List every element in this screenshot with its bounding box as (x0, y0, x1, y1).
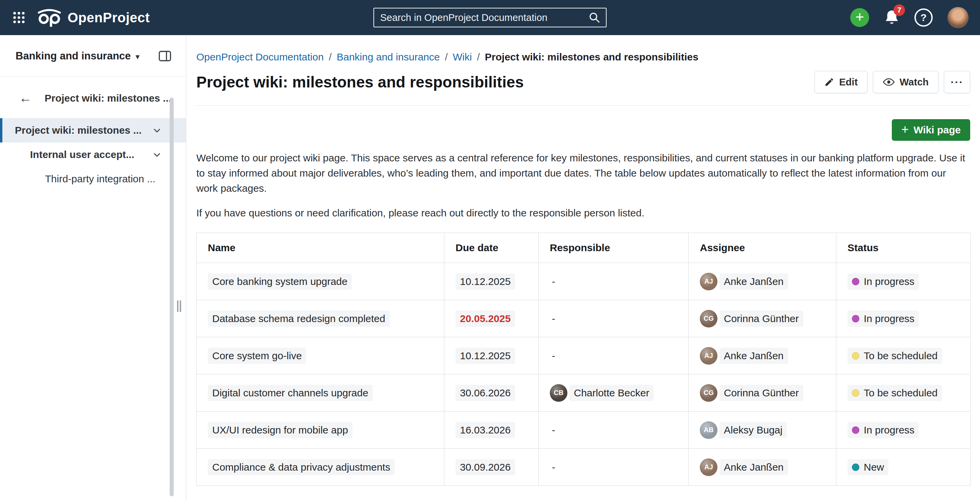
cell-responsible: - (539, 412, 689, 449)
cell-due-date: 20.05.2025 (444, 300, 539, 337)
assignee-user[interactable]: AJAnke Janßen (700, 458, 788, 476)
sidebar-item-wiki-page[interactable]: Project wiki: milestones ... (0, 118, 186, 143)
assignee-user[interactable]: CGCorinna Günther (700, 310, 803, 327)
breadcrumb-link[interactable]: Wiki (453, 51, 472, 63)
cell-status: To be scheduled (836, 337, 970, 374)
pencil-icon (824, 77, 834, 87)
work-package-name[interactable]: Database schema redesign completed (208, 311, 390, 327)
breadcrumb-separator: / (477, 51, 479, 63)
assignee-user[interactable]: AJAnke Janßen (700, 273, 788, 290)
chevron-down-icon[interactable] (153, 126, 162, 135)
table-row: Core banking system upgrade10.12.2025-AJ… (197, 263, 970, 300)
more-actions-button[interactable]: ··· (944, 71, 970, 93)
project-selector[interactable]: Banking and insurance ▾ (16, 50, 140, 62)
work-packages-table: NameDue dateResponsibleAssigneeStatus Co… (196, 233, 970, 486)
status-label: To be scheduled (864, 350, 938, 361)
divider (196, 105, 970, 106)
due-date: 10.12.2025 (455, 273, 515, 290)
title-row: Project wiki: milestones and responsibil… (196, 71, 970, 93)
cell-status: In progress (836, 412, 970, 449)
due-date: 10.12.2025 (455, 348, 515, 364)
collapse-sidebar-icon[interactable] (158, 49, 172, 63)
status-label: In progress (864, 276, 915, 287)
help-icon: ? (921, 12, 927, 23)
user-name: Anke Janßen (719, 459, 788, 476)
due-date: 30.09.2026 (455, 459, 515, 476)
cell-assignee: AJAnke Janßen (689, 449, 836, 486)
search-icon[interactable] (588, 11, 600, 24)
notifications-button[interactable]: 7 (884, 9, 900, 26)
table-row: Compliance & data privacy adjustments30.… (197, 449, 970, 486)
work-package-name[interactable]: Core system go-live (208, 348, 306, 364)
due-date: 16.03.2026 (455, 422, 515, 438)
main-content: OpenProject Documentation/Banking and in… (186, 35, 980, 501)
breadcrumb-link[interactable]: OpenProject Documentation (196, 51, 324, 63)
assignee-user[interactable]: CGCorinna Günther (700, 384, 803, 402)
cell-assignee: ABAleksy Bugaj (689, 412, 836, 449)
watch-button[interactable]: Watch (873, 71, 939, 93)
work-package-name[interactable]: UX/UI redesign for mobile app (208, 422, 352, 438)
cell-name: Core system go-live (197, 337, 444, 374)
cell-responsible: - (539, 449, 689, 486)
sidebar-scrollbar[interactable] (170, 98, 174, 496)
breadcrumb-current: Project wiki: milestones and responsibil… (485, 51, 698, 63)
sidebar-item-label: Third-party integration ... (45, 173, 156, 185)
column-header-1: Due date (444, 233, 539, 263)
sidebar-item-label: Project wiki: milestones ... (15, 125, 142, 136)
openproject-logo[interactable]: OpenProject (37, 8, 150, 27)
add-wiki-page-label: Wiki page (913, 124, 961, 136)
cell-name: Core banking system upgrade (197, 263, 444, 300)
cell-assignee: AJAnke Janßen (689, 337, 836, 374)
cell-assignee: AJAnke Janßen (689, 263, 836, 300)
sidebar-resize-handle[interactable] (177, 300, 181, 312)
user-name: Corinna Günther (719, 311, 803, 327)
status-label: In progress (864, 424, 915, 436)
table-header-row: NameDue dateResponsibleAssigneeStatus (197, 233, 970, 263)
cell-name: UX/UI redesign for mobile app (197, 412, 444, 449)
work-package-name[interactable]: Core banking system upgrade (208, 273, 352, 290)
wiki-back-link[interactable]: ← Project wiki: milestones ... (0, 77, 186, 108)
status-badge: To be scheduled (848, 385, 942, 401)
responsible-user[interactable]: CBCharlotte Becker (550, 384, 654, 402)
ellipsis-icon: ··· (951, 76, 963, 89)
due-date: 20.05.2025 (455, 311, 515, 327)
cell-assignee: CGCorinna Günther (689, 374, 836, 412)
openproject-logo-icon (37, 8, 62, 27)
user-name: Anke Janßen (719, 348, 788, 364)
cell-status: To be scheduled (836, 374, 970, 412)
work-package-name[interactable]: Digital customer channels upgrade (208, 385, 373, 401)
table-row: Core system go-live10.12.2025-AJAnke Jan… (197, 337, 970, 374)
assignee-user[interactable]: AJAnke Janßen (700, 347, 788, 365)
chevron-down-icon[interactable] (153, 150, 162, 159)
assignee-user[interactable]: ABAleksy Bugaj (700, 421, 787, 439)
back-arrow-icon: ← (19, 91, 32, 105)
wiki-back-label: Project wiki: milestones ... (45, 92, 171, 104)
apps-grid-icon[interactable] (11, 10, 26, 25)
breadcrumb-separator: / (445, 51, 447, 63)
sidebar-item-wiki-page[interactable]: Third-party integration ... (0, 167, 186, 191)
search-input[interactable] (380, 12, 588, 24)
work-package-name[interactable]: Compliance & data privacy adjustments (208, 459, 395, 476)
cell-status: In progress (836, 263, 970, 300)
add-wiki-page-button[interactable]: + Wiki page (892, 119, 970, 141)
status-label: In progress (864, 313, 915, 325)
wiki-actions-row: + Wiki page (196, 119, 970, 141)
column-header-2: Responsible (539, 233, 689, 263)
user-avatar[interactable] (948, 7, 969, 28)
sidebar-item-wiki-page[interactable]: Internal user accept... (0, 143, 186, 167)
plus-icon: + (901, 122, 909, 138)
title-actions: Edit Watch ··· (815, 71, 970, 93)
global-add-button[interactable]: + (850, 8, 869, 27)
cell-responsible: - (539, 263, 689, 300)
help-button[interactable]: ? (915, 8, 933, 27)
cell-name: Compliance & data privacy adjustments (197, 449, 444, 486)
status-badge: In progress (848, 422, 919, 438)
edit-button-label: Edit (839, 77, 858, 88)
top-header-bar: OpenProject + 7 ? (0, 0, 980, 35)
column-header-3: Assignee (689, 233, 836, 263)
avatar: AB (700, 421, 718, 439)
page-title: Project wiki: milestones and responsibil… (196, 73, 524, 92)
breadcrumb-link[interactable]: Banking and insurance (337, 51, 440, 63)
edit-button[interactable]: Edit (815, 71, 867, 93)
sidebar-item-label: Internal user accept... (30, 149, 134, 160)
